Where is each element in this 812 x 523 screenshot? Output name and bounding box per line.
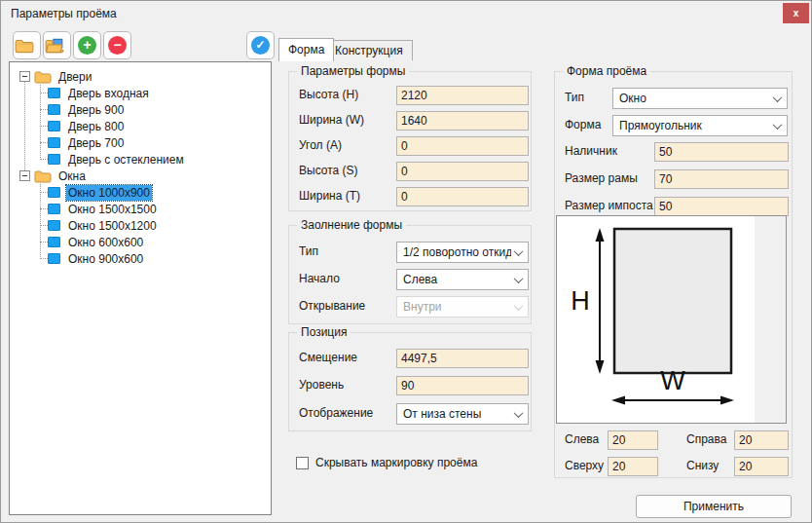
tree-item[interactable]: Дверь 700 [10, 134, 271, 151]
catalog-tree: Двери Дверь входная Дверь 900 Дверь 800 [10, 62, 271, 267]
chevron-down-icon [514, 301, 524, 311]
opening-diagram-box: H W [556, 215, 787, 424]
angle-a-input[interactable] [396, 136, 529, 156]
checkbox-label: Скрывать маркировку проёма [315, 456, 477, 469]
tree-item[interactable]: Окно 1500x1500 [10, 201, 271, 217]
item-icon [48, 204, 60, 214]
close-button[interactable]: x [783, 3, 809, 23]
folder-icon [34, 70, 52, 84]
item-icon [48, 137, 60, 148]
tree-group-label: Двери [56, 69, 93, 85]
opening-direction-select: Внутри [396, 296, 529, 318]
tree-item-label: Дверь входная [66, 86, 151, 101]
frame-size-input[interactable] [654, 169, 789, 189]
field-label: Тип [299, 244, 318, 258]
start-side-select[interactable]: Слева [396, 269, 529, 290]
add-button[interactable]: + [73, 31, 101, 59]
item-icon [48, 237, 60, 247]
height-h-input[interactable] [396, 86, 529, 105]
confirm-button[interactable]: ✓ [246, 31, 275, 59]
tree-item[interactable]: Дверь 800 [10, 118, 271, 134]
open-folder-button[interactable] [13, 31, 41, 59]
tree-item-label: Окно 1500x1500 [66, 202, 159, 217]
remove-button[interactable]: − [103, 31, 131, 59]
group-title: Параметры формы [297, 64, 409, 78]
field-label: Отображение [299, 406, 373, 420]
group-title: Заолнение формы [297, 218, 406, 232]
width-label: W [660, 366, 685, 395]
opening-diagram: H W [557, 216, 755, 423]
open-folder-blue-button[interactable] [43, 31, 71, 59]
tree-item[interactable]: Дверь 900 [10, 101, 271, 118]
width-w-input[interactable] [396, 111, 529, 131]
folder-icon [34, 169, 52, 183]
tree-item[interactable]: Окно 1500x1200 [10, 217, 271, 234]
field-label: Размер рамы [565, 171, 638, 185]
item-icon [48, 187, 60, 198]
offset-input[interactable] [396, 349, 529, 368]
tree-item[interactable]: Дверь с остеклением [10, 151, 271, 168]
tree-item-label: Дверь 800 [66, 119, 126, 134]
field-label: Уровень [299, 378, 344, 392]
item-icon [48, 88, 60, 98]
tree-group-label: Окна [56, 168, 88, 184]
hide-marking-checkbox[interactable]: Скрывать маркировку проёма [296, 456, 477, 469]
apply-button[interactable]: Применить [636, 495, 792, 518]
height-s-input[interactable] [396, 162, 529, 181]
casing-input[interactable] [654, 142, 789, 162]
combo-value: Прямоугольник [619, 119, 770, 132]
field-label: Угол (A) [299, 138, 342, 152]
field-label: Слева [565, 432, 599, 446]
opening-diagram-canvas: H W [557, 216, 755, 423]
opening-type-select[interactable]: Окно [612, 88, 788, 109]
group-opening-form: Форма проёма Тип Окно Форма Прямоугольни… [554, 71, 793, 478]
margin-left-input[interactable] [608, 430, 658, 450]
chevron-down-icon [514, 408, 524, 418]
chevron-down-icon [773, 93, 783, 102]
margin-top-input[interactable] [608, 457, 658, 476]
tree-collapse-icon[interactable] [19, 71, 30, 82]
tab-konstrukciya[interactable]: Конструкция [325, 40, 413, 60]
impost-size-input[interactable] [654, 197, 789, 216]
tree-item[interactable]: Окно 900x600 [10, 250, 271, 267]
tree-group-doors[interactable]: Двери [10, 68, 271, 85]
check-icon: ✓ [251, 36, 270, 55]
combo-value: Слева [403, 273, 511, 286]
item-icon [48, 253, 60, 264]
opening-shape-select[interactable]: Прямоугольник [612, 115, 788, 136]
tree-group-windows[interactable]: Окна [10, 168, 271, 184]
checkbox-icon[interactable] [296, 457, 309, 469]
item-icon [48, 104, 60, 115]
tree-item-label: Окно 600x600 [66, 235, 145, 250]
width-t-input[interactable] [396, 187, 529, 206]
field-label: Размер импоста [565, 199, 653, 212]
combo-value: Окно [619, 92, 770, 105]
display-mode-select[interactable]: От низа стены [396, 403, 529, 425]
window-title: Параметры проёма [11, 7, 117, 20]
tree-item-label: Дверь 900 [66, 102, 126, 118]
tree-collapse-icon[interactable] [19, 170, 30, 181]
tab-konstrukciya-label: Конструкция [335, 44, 403, 57]
chevron-down-icon [773, 120, 783, 130]
tab-forma[interactable]: Форма [278, 38, 334, 61]
dialog-window: Параметры проёма x + − ✓ Форма Конструкц… [0, 0, 812, 523]
combo-value: Внутри [403, 300, 511, 314]
minus-icon: − [108, 36, 127, 55]
group-shape-params: Параметры формы Высота (H) Ширина (W) Уг… [288, 71, 532, 211]
margin-bottom-input[interactable] [734, 457, 789, 476]
level-input[interactable] [396, 376, 529, 395]
combo-value: 1/2 поворотно откидн [403, 245, 511, 259]
fill-type-select[interactable]: 1/2 поворотно откидн [396, 242, 529, 263]
tree-item[interactable]: Дверь входная [10, 85, 271, 101]
tree-item-selected[interactable]: Окно 1000x900 [10, 184, 271, 201]
margin-right-input[interactable] [734, 430, 789, 450]
plus-icon: + [78, 36, 96, 55]
item-icon [48, 121, 60, 131]
item-icon [48, 220, 60, 231]
field-label: Начало [299, 272, 340, 285]
tree-item[interactable]: Окно 600x600 [10, 234, 271, 250]
tree-item-label: Дверь с остеклением [66, 152, 186, 168]
field-label: Высота (H) [299, 88, 358, 101]
field-label: Справа [686, 432, 726, 446]
field-label: Ширина (W) [299, 113, 364, 127]
